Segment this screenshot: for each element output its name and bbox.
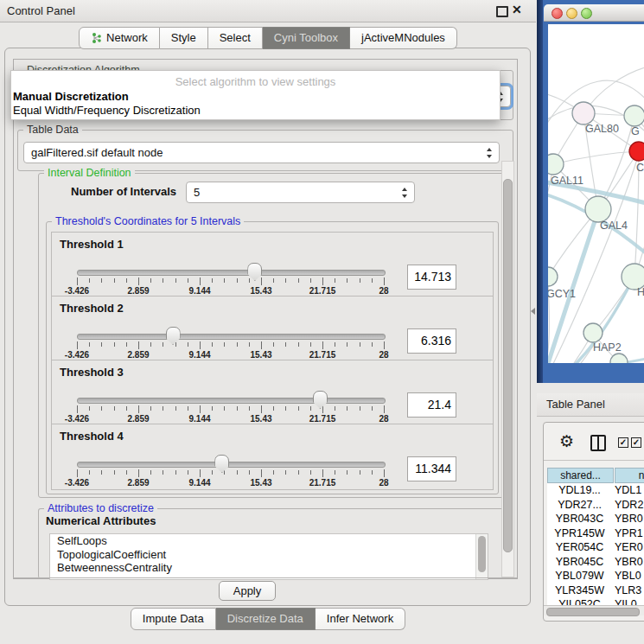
table-data-combobox[interactable]: galFiltered.sif default node (23, 142, 500, 163)
float-panel-icon[interactable] (496, 6, 508, 17)
zoom-window-icon[interactable] (581, 8, 592, 19)
network-node-g[interactable] (624, 105, 644, 126)
tick-mark (89, 342, 90, 347)
checkbox-icon[interactable]: ✓ (618, 437, 628, 448)
network-node-c[interactable] (629, 142, 644, 161)
settings-vertical-scrollbar[interactable] (501, 161, 514, 577)
tab-infer-network[interactable]: Infer Network (316, 608, 405, 630)
combo-arrows-icon (487, 148, 493, 158)
node-attribute-table[interactable]: shared...nYDL19...YDL1YDR27...YDR2YBR043… (547, 468, 644, 605)
table-cell: YBL079W (547, 569, 612, 583)
network-window-titlebar[interactable] (544, 4, 644, 22)
table-cell: YER0 (615, 540, 643, 555)
network-node-gcy1[interactable] (548, 267, 558, 286)
table-row[interactable]: YIL052CYIL0 (547, 597, 644, 605)
numerical-attributes-list[interactable]: SelfLoopsTopologicalCoefficientBetweenne… (49, 533, 488, 580)
table-row[interactable]: YDL19...YDL1 (547, 483, 644, 498)
column-header-shared-[interactable]: shared... (547, 468, 614, 483)
tick-mark (150, 470, 151, 475)
tick-mark (360, 406, 360, 411)
tick-mark (360, 470, 360, 475)
threshold-value-field[interactable]: 14.713 (407, 265, 456, 290)
column-header-n[interactable]: n (615, 468, 644, 483)
tick-mark (360, 278, 360, 283)
settings-scrollbar-thumb[interactable] (503, 179, 513, 552)
tab-discretize-data[interactable]: Discretize Data (216, 608, 316, 630)
checkbox-icon[interactable]: ✓ (631, 437, 641, 448)
tick-mark (150, 342, 151, 347)
table-row[interactable]: YBR045CYBR0 (547, 555, 644, 570)
tick-mark (188, 470, 188, 475)
tab-style[interactable]: Style (160, 27, 208, 49)
attributes-scrollbar[interactable] (475, 534, 488, 579)
minimize-window-icon[interactable] (566, 8, 577, 19)
list-item[interactable]: SelfLoops (50, 534, 488, 548)
slider-track[interactable] (77, 462, 386, 468)
network-node-gal11[interactable] (548, 154, 564, 175)
popup-option-manual-discretization[interactable]: Manual Discretization (11, 90, 500, 104)
tick-mark (298, 342, 299, 347)
table-row[interactable]: YER054CYER0 (547, 540, 644, 555)
tick-mark (384, 469, 385, 477)
threshold-value-field[interactable]: 21.4 (407, 392, 456, 418)
tab-label: Network (106, 28, 148, 48)
tab-jactivemnodules[interactable]: jActiveMNodules (350, 27, 457, 49)
tick-label: 2.859 (117, 286, 160, 296)
table-row[interactable]: YDR27...YDR2 (547, 498, 644, 513)
tick-mark (360, 342, 360, 347)
tick-mark (261, 341, 262, 349)
slider-track[interactable] (77, 270, 386, 276)
tab-select[interactable]: Select (208, 27, 263, 49)
tick-mark (310, 470, 311, 475)
tick-mark (347, 342, 348, 347)
slider-track[interactable] (77, 398, 386, 404)
slider-thumb[interactable] (166, 327, 181, 345)
bottom-tab-bar: Impute DataDiscretize DataInfer Network (0, 608, 536, 630)
number-of-intervals-combobox[interactable]: 5 (186, 182, 415, 203)
tick-mark (101, 278, 102, 283)
table-scrollbar-thumb[interactable] (546, 608, 640, 616)
slider-thumb[interactable] (313, 391, 328, 409)
tick-mark (188, 406, 188, 411)
network-icon (91, 32, 102, 44)
close-window-icon[interactable] (552, 8, 563, 19)
tick-mark (163, 278, 163, 283)
network-canvas[interactable]: GAL80GCGAL11GAL4GCY1HHAP2 (548, 24, 644, 363)
tick-label: -3.426 (55, 286, 99, 296)
gear-icon[interactable]: ⚙ (559, 433, 574, 450)
list-item[interactable]: TopologicalCoefficient (50, 548, 488, 562)
split-divider-handle[interactable] (531, 308, 535, 315)
attributes-scrollbar-thumb[interactable] (478, 536, 486, 572)
network-node-gal80[interactable] (572, 102, 595, 124)
tick-mark (335, 278, 335, 283)
network-node-hap2[interactable] (583, 323, 603, 342)
tab-cyni-toolbox[interactable]: Cyni Toolbox (263, 27, 350, 49)
threshold-value-field[interactable]: 11.344 (407, 456, 456, 481)
tick-label: -3.426 (55, 350, 99, 360)
close-panel-icon[interactable]: ✕ (512, 3, 522, 16)
table-row[interactable]: YPR145WYPR1 (547, 526, 644, 541)
tab-network[interactable]: Network (79, 27, 160, 49)
network-graph[interactable]: GAL80GCGAL11GAL4GCY1HHAP2 (548, 24, 644, 363)
table-row[interactable]: YBR043CYBR0 (547, 512, 644, 526)
threshold-value-field[interactable]: 6.316 (407, 328, 456, 354)
network-node[interactable] (610, 354, 628, 363)
table-row[interactable]: YBL079WYBL0 (547, 569, 644, 583)
slider-thumb[interactable] (214, 455, 229, 473)
tick-mark (310, 342, 311, 347)
tab-impute-data[interactable]: Impute Data (131, 608, 216, 630)
slider-track[interactable] (77, 334, 386, 340)
split-view-icon[interactable] (590, 435, 606, 451)
table-horizontal-scrollbar[interactable] (544, 605, 644, 615)
network-node-gal4[interactable] (585, 196, 611, 222)
apply-button[interactable]: Apply (219, 581, 276, 601)
table-row[interactable]: YLR345WYLR3 (547, 583, 644, 598)
tick-label: 28 (362, 414, 405, 424)
tick-mark (335, 470, 335, 475)
list-item[interactable]: BetweennessCentrality (50, 561, 488, 575)
popup-option-equal-width-frequency-discretization[interactable]: Equal Width/Frequency Discretization (11, 104, 500, 118)
algorithm-dropdown-popup: Select algorithm to view settings Manual… (10, 70, 501, 120)
slider-thumb[interactable] (247, 263, 262, 281)
popup-placeholder: Select algorithm to view settings (11, 71, 500, 90)
tick-mark (77, 277, 78, 285)
